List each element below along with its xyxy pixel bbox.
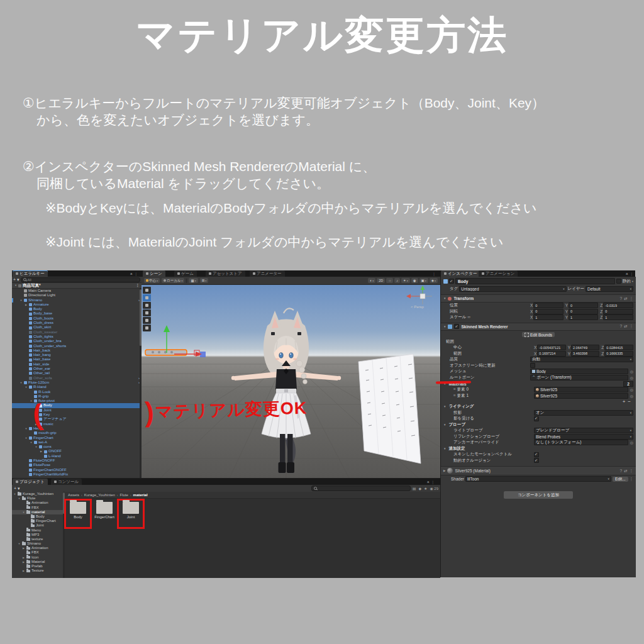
center-y-input[interactable]: 2.064749 bbox=[571, 345, 599, 350]
tab-game[interactable]: ゲーム bbox=[174, 270, 197, 277]
expander-arrow-icon[interactable]: ▼ bbox=[19, 298, 23, 303]
tab-console[interactable]: コンソール bbox=[51, 479, 82, 485]
hierarchy-item[interactable]: Cloth_under_bra bbox=[12, 339, 142, 343]
kebab-icon[interactable]: ⋮ bbox=[630, 469, 634, 474]
hierarchy-item[interactable]: R-Look bbox=[12, 390, 142, 394]
breadcrumb-segment[interactable]: material bbox=[133, 493, 148, 497]
project-tree-item[interactable]: ▼Shinano bbox=[12, 541, 63, 546]
kebab-icon[interactable]: ⋮ bbox=[134, 272, 138, 276]
lighting-foldout[interactable]: ▼ライティング bbox=[441, 404, 636, 410]
remove-material-button[interactable]: − bbox=[628, 399, 631, 404]
breadcrumb-segment[interactable]: Kurage_Youhinten bbox=[84, 493, 115, 497]
camera-dropdown-button[interactable]: ▣▾ bbox=[419, 278, 428, 283]
scale-tool-button[interactable] bbox=[143, 309, 151, 316]
expander-arrow-icon[interactable]: ▼ bbox=[25, 436, 28, 440]
project-tree-item[interactable]: Animation bbox=[12, 501, 63, 505]
folder-item[interactable]: Body bbox=[66, 501, 90, 527]
object-picker-icon[interactable]: ◎ bbox=[630, 440, 633, 445]
position-x-input[interactable]: 0 bbox=[533, 303, 563, 308]
hierarchy-item[interactable]: Hair_bang bbox=[12, 353, 142, 357]
expander-arrow-icon[interactable]: ▼ bbox=[13, 492, 16, 496]
hierarchy-item[interactable]: Cloth_tights bbox=[12, 335, 142, 339]
audio-toggle-button[interactable]: ♪ bbox=[394, 278, 400, 283]
breadcrumb[interactable]: Assets›Kurage_Youhinten›Flute›material bbox=[65, 492, 440, 499]
expander-arrow-icon[interactable]: ▶ bbox=[40, 449, 43, 453]
project-tree-item[interactable]: FingerChart bbox=[12, 519, 63, 523]
scale-y-input[interactable]: 1 bbox=[569, 314, 598, 320]
tab-animation[interactable]: アニメーション bbox=[479, 270, 518, 277]
constrain-proportions-icon[interactable]: ∞ bbox=[467, 314, 470, 319]
hierarchy-item[interactable]: ▶Armature bbox=[12, 303, 142, 307]
folder-item[interactable]: FingerChart bbox=[92, 501, 116, 527]
rotation-z-input[interactable]: 0 bbox=[603, 309, 633, 314]
receive-shadows-checkbox[interactable] bbox=[534, 416, 539, 421]
inspector-window-icons[interactable]: a⋮ bbox=[626, 271, 633, 276]
expander-arrow-icon[interactable]: ▼ bbox=[25, 385, 28, 389]
object-name-field[interactable]: Body bbox=[455, 278, 615, 284]
hierarchy-item[interactable]: ▼R-Hand bbox=[12, 385, 142, 389]
rotation-y-input[interactable]: 0 bbox=[569, 309, 598, 314]
hierarchy-item[interactable]: FlutePose bbox=[12, 463, 142, 467]
expander-arrow-icon[interactable]: ▶ bbox=[22, 546, 25, 550]
hierarchy-item[interactable]: Key bbox=[12, 413, 142, 417]
project-search-input[interactable] bbox=[311, 486, 411, 491]
object-picker-icon[interactable]: ◎ bbox=[630, 369, 633, 374]
2d-toggle-button[interactable]: 2D bbox=[377, 278, 385, 283]
scale-z-input[interactable]: 1 bbox=[603, 314, 633, 320]
expander-arrow-icon[interactable]: ▶ bbox=[22, 555, 25, 560]
scale-x-input[interactable]: 1 bbox=[533, 314, 563, 320]
persp-label[interactable]: < Persp bbox=[411, 305, 424, 309]
scene-header-row[interactable]: ▼ 商品写真* ⋮ bbox=[12, 283, 142, 289]
extent-y-input[interactable]: 3.460398 bbox=[571, 351, 599, 357]
transform-tool-button[interactable] bbox=[143, 325, 151, 331]
kebab-icon[interactable]: ⋮ bbox=[432, 272, 436, 276]
breadcrumb-segment[interactable]: Assets bbox=[68, 493, 79, 497]
project-tree-item[interactable]: MP3 bbox=[12, 533, 63, 537]
expander-arrow-icon[interactable]: ▶ bbox=[22, 569, 25, 573]
edit-bounds-button[interactable]: Edit Bounds bbox=[522, 332, 555, 337]
rotation-x-input[interactable]: 0 bbox=[533, 309, 563, 314]
object-picker-icon[interactable]: ◎ bbox=[630, 387, 633, 392]
lock-icon[interactable]: a bbox=[626, 272, 628, 275]
project-tree-item[interactable]: ▶Icon bbox=[12, 555, 63, 560]
project-tree-item[interactable]: texture bbox=[12, 537, 63, 541]
project-tree-item[interactable]: ▶Animation bbox=[12, 546, 63, 550]
pivot-toggle-button[interactable]: 中心▾ bbox=[144, 278, 160, 283]
project-tree-item[interactable]: Prefab bbox=[12, 564, 63, 569]
hierarchy-item[interactable]: Directional Light bbox=[12, 293, 142, 297]
hierarchy-item[interactable]: mouth-grip bbox=[12, 431, 142, 435]
expander-arrow-icon[interactable]: ▼ bbox=[14, 283, 17, 288]
mesh-object-field[interactable]: Body bbox=[530, 369, 628, 374]
shader-dropdown[interactable]: lilToon▾ bbox=[465, 476, 611, 482]
rotate-tool-button[interactable] bbox=[143, 302, 151, 309]
center-x-input[interactable]: -0.005437121 bbox=[537, 345, 565, 350]
add-material-button[interactable]: + bbox=[623, 399, 626, 404]
project-tree-item[interactable]: Menu bbox=[12, 528, 63, 533]
project-tree-item[interactable]: FBX bbox=[12, 506, 63, 510]
project-tree-item[interactable]: FBX bbox=[12, 550, 63, 555]
search-by-type-icon[interactable]: ▤ bbox=[413, 486, 416, 491]
move-tool-button[interactable] bbox=[143, 294, 151, 301]
hierarchy-item[interactable]: Cloth_sweater bbox=[12, 330, 142, 335]
component-enabled-checkbox[interactable] bbox=[454, 324, 459, 329]
hierarchy-item[interactable]: ▼Shinano› bbox=[12, 298, 142, 303]
kebab-icon[interactable]: ⋮ bbox=[630, 272, 633, 276]
hierarchy-item[interactable]: Body bbox=[12, 307, 142, 311]
object-picker-icon[interactable]: ◎ bbox=[630, 375, 633, 380]
help-icon[interactable]: ? bbox=[619, 324, 622, 329]
motion-vectors-checkbox[interactable] bbox=[534, 452, 539, 457]
tab-inspector[interactable]: インスペクター bbox=[441, 270, 480, 277]
kebab-icon[interactable]: ⋮ bbox=[431, 480, 435, 484]
tab-hierarchy[interactable]: ヒエラルキー bbox=[13, 270, 48, 277]
cast-shadows-dropdown[interactable]: オン▾ bbox=[534, 410, 633, 416]
position-z-input[interactable]: -0.0319 bbox=[603, 303, 633, 308]
hierarchy-item[interactable]: FingerChartWorldFix bbox=[12, 472, 142, 477]
hierarchy-item[interactable]: ▶music bbox=[12, 422, 142, 426]
tab-animator[interactable]: アニメーター bbox=[250, 270, 285, 277]
materials-count-field[interactable]: 2 bbox=[623, 381, 633, 387]
gizmos-dropdown-button[interactable]: ◈▾ bbox=[430, 278, 438, 283]
favorites-star-icon[interactable]: ★ bbox=[424, 486, 427, 491]
kebab-icon[interactable]: ⋮ bbox=[136, 283, 140, 288]
expander-arrow-icon[interactable]: ▼ bbox=[18, 496, 21, 501]
effects-dropdown-button[interactable]: ✶▾ bbox=[401, 278, 410, 283]
